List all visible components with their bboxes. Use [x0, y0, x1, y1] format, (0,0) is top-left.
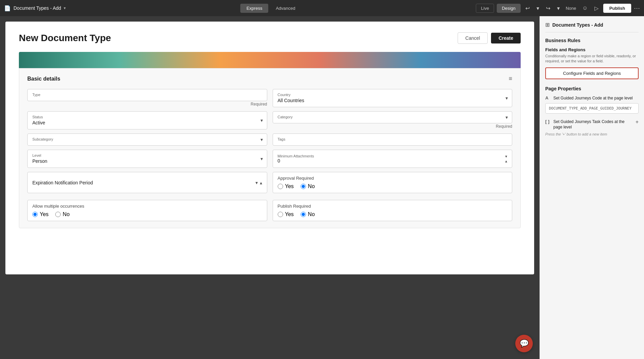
- allow-multiple-radio-group: Yes No: [32, 211, 262, 217]
- expiration-arrows: ▾ ▴: [255, 180, 262, 185]
- publish-yes-option[interactable]: Yes: [278, 211, 294, 217]
- guided-journeys-icon: A: [545, 95, 551, 100]
- expiration-up-button[interactable]: ▴: [260, 180, 262, 185]
- publish-yes-radio[interactable]: [278, 212, 283, 217]
- min-attach-value: 0: [278, 158, 505, 163]
- approval-radio-group: Yes No: [278, 183, 508, 189]
- category-field-wrapper: Category ▾ Required: [273, 111, 513, 129]
- min-attach-arrows: ▾ ▴: [505, 154, 507, 163]
- tab-express[interactable]: Express: [240, 4, 268, 13]
- country-chevron-icon: ▾: [505, 95, 508, 101]
- type-country-row: Type Required Country All Countries ▾: [27, 89, 512, 107]
- allow-yes-radio[interactable]: [32, 212, 38, 217]
- topbar-chevron-icon[interactable]: ▾: [64, 6, 66, 10]
- type-field-wrapper: Type Required: [27, 89, 267, 107]
- status-field[interactable]: Status Active ▾: [27, 111, 267, 129]
- more-options-button[interactable]: ⋯: [634, 4, 640, 12]
- configure-fields-button[interactable]: Configure Fields and Regions: [545, 67, 639, 79]
- level-field[interactable]: Level Person ▾: [27, 150, 267, 168]
- guided-journeys-task-header: [ ] Set Guided Journeys Task Codes at th…: [545, 119, 639, 130]
- type-field[interactable]: Type: [27, 89, 267, 101]
- type-required: Required: [27, 102, 267, 107]
- guided-journeys-input[interactable]: [545, 103, 639, 114]
- allow-yes-option[interactable]: Yes: [32, 211, 49, 217]
- allow-yes-label: Yes: [40, 211, 49, 217]
- guided-journeys-task-icon: [ ]: [545, 119, 551, 124]
- allow-multiple-row: Allow multiple occurrences Yes No: [27, 200, 512, 221]
- category-label: Category: [278, 115, 508, 119]
- publish-button[interactable]: Publish: [603, 4, 631, 13]
- fields-regions-label: Fields and Regions: [545, 47, 639, 52]
- approval-section: Approval Required Yes No: [273, 172, 513, 193]
- tags-field[interactable]: Tags: [273, 133, 513, 146]
- approval-required-label: Approval Required: [278, 176, 508, 181]
- basic-details-section: Basic details ≡ Type Required Count: [19, 68, 521, 228]
- status-category-row: Status Active ▾ Category ▾ Required: [27, 111, 512, 129]
- publish-no-option[interactable]: No: [301, 211, 315, 217]
- none-label: None: [564, 6, 578, 11]
- chat-fab-button[interactable]: 💬: [515, 335, 533, 352]
- approval-yes-option[interactable]: Yes: [278, 183, 294, 189]
- publish-no-radio[interactable]: [301, 212, 306, 217]
- document-icon: 📄: [4, 5, 11, 11]
- content-area: New Document Type Cancel Create Basic de…: [0, 16, 540, 359]
- level-minattach-row: Level Person ▾ Minimum Attachments 0 ▾ ▴: [27, 150, 512, 168]
- country-value: All Countries: [278, 98, 304, 103]
- country-field[interactable]: Country All Countries ▾: [273, 89, 513, 107]
- approval-yes-radio[interactable]: [278, 184, 283, 189]
- approval-no-option[interactable]: No: [301, 183, 315, 189]
- expiration-field[interactable]: Expiration Notification Period ▾ ▴: [27, 172, 267, 193]
- form-title: New Document Type: [19, 33, 111, 43]
- publish-required-section: Publish Required Yes No: [273, 200, 513, 221]
- level-label: Level: [32, 153, 262, 157]
- undo-dropdown-button[interactable]: ▾: [534, 4, 541, 13]
- min-attach-content: Minimum Attachments 0: [278, 154, 505, 163]
- status-value: Active: [32, 120, 45, 125]
- redo-dropdown-button[interactable]: ▾: [555, 4, 562, 13]
- tab-advanced[interactable]: Advanced: [270, 4, 301, 13]
- allow-multiple-label: Allow multiple occurrences: [32, 204, 262, 209]
- publish-required-label: Publish Required: [278, 204, 508, 209]
- min-attach-down-button[interactable]: ▾: [505, 154, 507, 158]
- guided-journeys-header: A Set Guided Journeys Code at the page l…: [545, 95, 639, 101]
- topbar-left: 📄 Document Types - Add ▾: [4, 5, 66, 11]
- allow-multiple-section: Allow multiple occurrences Yes No: [27, 200, 267, 221]
- allow-no-radio[interactable]: [55, 212, 61, 217]
- category-field[interactable]: Category ▾: [273, 111, 513, 123]
- approval-no-radio[interactable]: [301, 184, 306, 189]
- topbar: 📄 Document Types - Add ▾ Express Advance…: [0, 0, 644, 16]
- allow-no-option[interactable]: No: [55, 211, 69, 217]
- status-chevron-icon: ▾: [260, 118, 263, 123]
- category-required: Required: [273, 124, 513, 129]
- fields-regions-desc: Conditionally make a region or field vis…: [545, 54, 639, 64]
- design-button[interactable]: Design: [497, 4, 520, 13]
- add-task-code-button[interactable]: +: [636, 119, 639, 125]
- publish-no-label: No: [308, 211, 315, 217]
- list-icon[interactable]: ≡: [509, 75, 512, 82]
- approval-yes-label: Yes: [285, 183, 294, 189]
- topbar-right: Live Design ↩ ▾ ↪ ▾ None ☺ ▷ Publish ⋯: [476, 4, 640, 13]
- guided-journeys-label: Set Guided Journeys Code at the page lev…: [553, 95, 639, 101]
- create-button[interactable]: Create: [491, 33, 521, 43]
- expiration-down-button[interactable]: ▾: [255, 180, 258, 185]
- level-chevron-icon: ▾: [260, 156, 263, 161]
- form-wrapper: New Document Type Cancel Create Basic de…: [5, 22, 534, 274]
- section-title: Basic details: [27, 76, 60, 82]
- topbar-tabs: Express Advanced: [69, 4, 472, 13]
- play-button[interactable]: ▷: [592, 4, 601, 13]
- publish-required-radio-group: Yes No: [278, 211, 508, 217]
- guided-journeys-code-item: A Set Guided Journeys Code at the page l…: [545, 95, 639, 114]
- country-field-wrapper: Country All Countries ▾: [273, 89, 513, 107]
- min-attach-label: Minimum Attachments: [278, 154, 505, 158]
- type-label: Type: [32, 93, 262, 97]
- live-button[interactable]: Live: [476, 4, 494, 13]
- min-attach-up-button[interactable]: ▴: [505, 159, 507, 163]
- subcategory-field[interactable]: Subcategory ▾: [27, 133, 267, 146]
- cancel-button[interactable]: Cancel: [458, 32, 488, 44]
- emoji-button[interactable]: ☺: [580, 4, 590, 12]
- country-label: Country: [278, 93, 508, 97]
- undo-button[interactable]: ↩: [523, 4, 532, 13]
- min-attachments-field[interactable]: Minimum Attachments 0 ▾ ▴: [273, 150, 513, 168]
- redo-button[interactable]: ↪: [544, 4, 552, 13]
- allow-no-label: No: [63, 211, 69, 217]
